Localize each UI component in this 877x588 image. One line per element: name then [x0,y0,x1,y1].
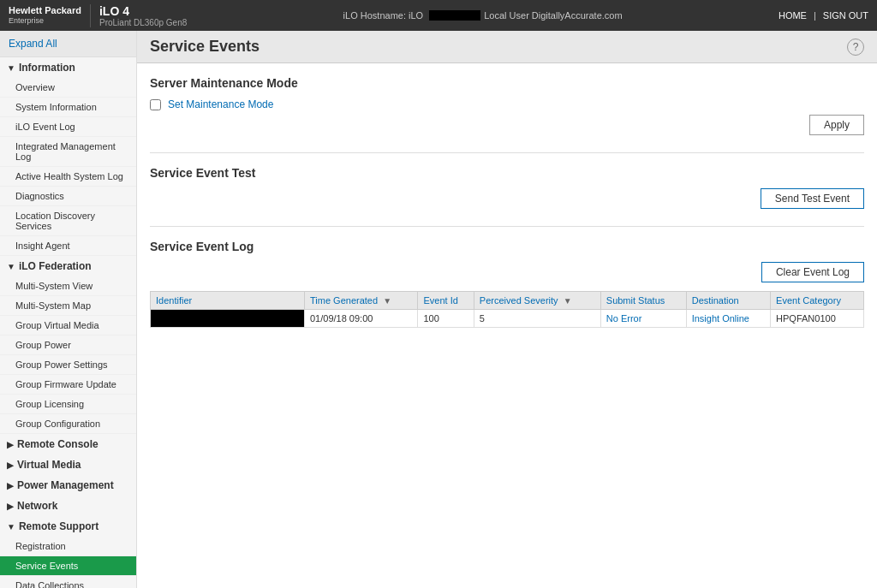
cell-perceived-severity: 5 [474,310,600,328]
col-identifier-label: Identifier [156,295,192,306]
maintenance-mode-row: Set Maintenance Mode [150,98,864,110]
cell-destination: Insight Online [686,310,770,328]
header-right: HOME | SIGN OUT [779,10,868,21]
cell-identifier [151,310,305,328]
sidebar-item-integrated-management-log[interactable]: Integrated Management Log [0,137,136,167]
col-event-id: Event Id [418,292,474,310]
chevron-down-icon-remote-support: ▼ [7,522,15,532]
hostname-value [429,10,480,21]
col-submit-status: Submit Status [600,292,686,310]
sidebar-group-virtual-media[interactable]: ▶ Virtual Media [0,454,136,475]
send-test-row: Send Test Event [150,188,864,209]
help-icon[interactable]: ? [847,39,864,56]
clear-event-log-button[interactable]: Clear Event Log [761,262,864,282]
nav-links: HOME | SIGN OUT [779,10,868,21]
apply-btn-row: Apply [150,115,864,135]
header-left: Hewlett Packard Enterprise iLO 4 ProLian… [9,4,187,27]
sidebar-group-network-label: Network [17,500,57,512]
sidebar-item-service-events[interactable]: Service Events [0,556,136,576]
expand-all-button[interactable]: Expand All [0,31,136,57]
destination-link[interactable]: Insight Online [692,313,749,324]
sidebar-item-multi-system-map[interactable]: Multi-System Map [0,296,136,316]
log-section-title: Service Event Log [150,240,864,253]
cell-time-generated: 01/09/18 09:00 [305,310,418,328]
brand-top: Hewlett Packard [9,5,81,16]
col-perceived-severity-label: Perceived Severity [480,295,558,306]
divider-1 [150,152,864,153]
maintenance-checkbox-label[interactable]: Set Maintenance Mode [168,98,273,110]
sidebar-group-remote-support[interactable]: ▼ Remote Support [0,516,136,537]
user-label: Local User [484,10,529,21]
no-error-status: No Error [606,313,642,324]
cell-event-category: HPQFAN0100 [771,310,864,328]
table-body: 01/09/18 09:00 100 5 No Error Insight On… [151,310,864,328]
sidebar-item-registration[interactable]: Registration [0,537,136,556]
sidebar-item-overview[interactable]: Overview [0,78,136,98]
ilo-title-block: iLO 4 ProLiant DL360p Gen8 [90,4,187,27]
apply-button[interactable]: Apply [809,115,864,135]
content-area: Service Events ? Server Maintenance Mode… [137,31,877,588]
sidebar-item-group-power[interactable]: Group Power [0,336,136,355]
table-header-row: Identifier Time Generated ▼ Event Id Per… [151,292,864,310]
maintenance-checkbox[interactable] [150,99,161,110]
hostname-label: iLO Hostname: iLO [343,10,424,21]
sidebar-group-remote-console-label: Remote Console [17,438,98,450]
col-time-generated-label: Time Generated [310,295,378,306]
home-link[interactable]: HOME [779,10,807,21]
col-submit-status-label: Submit Status [606,295,665,306]
ilo-model: iLO 4 [99,4,187,18]
sidebar-item-group-licensing[interactable]: Group Licensing [0,395,136,414]
top-header: Hewlett Packard Enterprise iLO 4 ProLian… [0,0,877,31]
sidebar-group-ilo-federation[interactable]: ▼ iLO Federation [0,256,136,276]
sidebar-group-remote-console[interactable]: ▶ Remote Console [0,434,136,454]
sidebar-group-remote-support-label: Remote Support [19,520,98,532]
signout-link[interactable]: SIGN OUT [823,10,868,21]
send-test-event-button[interactable]: Send Test Event [761,188,864,209]
cell-submit-status: No Error [600,310,686,328]
page-header: Service Events ? [137,31,877,63]
chevron-right-icon-virtual: ▶ [7,460,14,470]
hostname-info: iLO Hostname: iLO Local User DigitallyAc… [343,10,623,21]
sidebar-item-group-virtual-media[interactable]: Group Virtual Media [0,316,136,336]
table-header: Identifier Time Generated ▼ Event Id Per… [151,292,864,310]
sidebar-group-virtual-media-label: Virtual Media [17,459,81,471]
chevron-right-icon-remote: ▶ [7,440,14,449]
sidebar-item-location-discovery-services[interactable]: Location Discovery Services [0,206,136,236]
hpe-logo: Hewlett Packard Enterprise [9,5,81,26]
brand-bot: Enterprise [9,16,81,26]
sidebar: Expand All ▼ Information Overview System… [0,31,137,588]
sidebar-group-information[interactable]: ▼ Information [0,57,136,78]
sidebar-item-diagnostics[interactable]: Diagnostics [0,187,136,206]
sidebar-group-network[interactable]: ▶ Network [0,496,136,516]
ilo-sub: ProLiant DL360p Gen8 [99,18,187,27]
sidebar-item-insight-agent[interactable]: Insight Agent [0,236,136,256]
main-layout: Expand All ▼ Information Overview System… [0,31,877,588]
sort-icon-time: ▼ [383,296,391,306]
sidebar-item-system-information[interactable]: System Information [0,98,136,117]
sidebar-group-power-management[interactable]: ▶ Power Management [0,475,136,496]
sidebar-group-ilo-federation-label: iLO Federation [19,260,92,272]
cell-event-id: 100 [418,310,474,328]
clear-event-row: Clear Event Log [150,262,864,282]
col-event-category-label: Event Category [776,295,841,306]
sidebar-item-group-configuration[interactable]: Group Configuration [0,414,136,434]
sidebar-item-active-health-system-log[interactable]: Active Health System Log [0,167,136,187]
divider-2 [150,226,864,227]
sidebar-group-power-management-label: Power Management [17,479,114,491]
col-perceived-severity[interactable]: Perceived Severity ▼ [474,292,600,310]
page-title: Service Events [150,38,260,56]
col-destination-label: Destination [692,295,739,306]
sidebar-item-data-collections[interactable]: Data Collections [0,576,136,588]
maintenance-section-title: Server Maintenance Mode [150,76,864,90]
sidebar-group-information-label: Information [19,62,75,74]
content-body: Server Maintenance Mode Set Maintenance … [137,63,877,341]
col-time-generated[interactable]: Time Generated ▼ [305,292,418,310]
sidebar-item-group-firmware-update[interactable]: Group Firmware Update [0,375,136,395]
col-event-id-label: Event Id [423,295,457,306]
sidebar-item-group-power-settings[interactable]: Group Power Settings [0,355,136,375]
sidebar-item-ilo-event-log[interactable]: iLO Event Log [0,117,136,137]
chevron-down-icon-federation: ▼ [7,262,15,271]
sidebar-item-multi-system-view[interactable]: Multi-System View [0,276,136,296]
col-event-category: Event Category [771,292,864,310]
col-identifier: Identifier [151,292,305,310]
